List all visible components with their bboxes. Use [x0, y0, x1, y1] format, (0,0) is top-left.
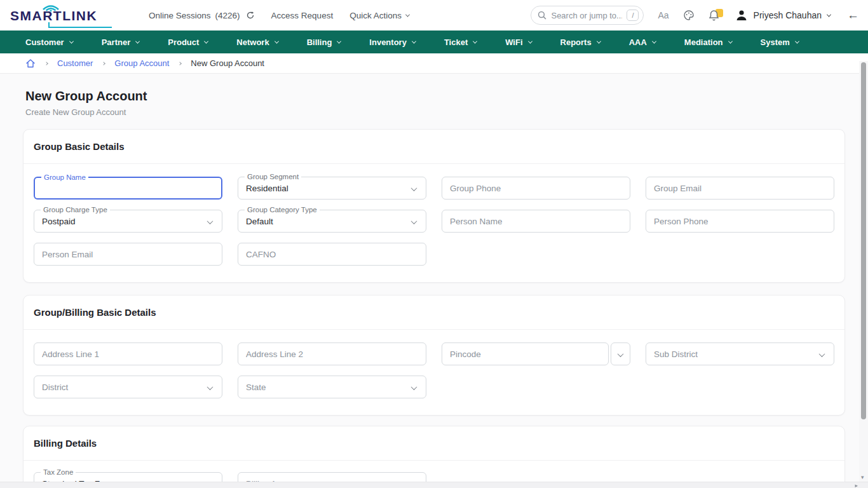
group-charge-type-select[interactable]: Group Charge Type Postpaid [34, 210, 222, 233]
chevron-down-icon [618, 351, 624, 357]
chevron-down-icon [412, 39, 416, 43]
smartlink-logo[interactable]: SMARTLINK [9, 3, 116, 28]
breadcrumb-group-account[interactable]: Group Account [114, 58, 169, 68]
chevron-down-icon [597, 39, 601, 43]
chevron-down-icon [411, 218, 417, 224]
notifications-button[interactable] [709, 9, 721, 22]
person-name-input[interactable] [442, 210, 630, 232]
chevron-down-icon [728, 39, 732, 43]
person-email-field[interactable] [34, 243, 222, 266]
online-sessions-link[interactable]: Online Sessions (4226) [149, 11, 255, 20]
sub-district-select[interactable]: Sub District [646, 342, 834, 365]
person-name-field[interactable] [442, 210, 630, 233]
avatar-icon [735, 9, 748, 22]
person-phone-field[interactable] [646, 210, 834, 233]
chevron-down-icon [135, 39, 140, 43]
online-sessions-label: Online Sessions [149, 11, 211, 20]
state-placeholder: State [238, 383, 266, 392]
nav-item-billing[interactable]: Billing [307, 37, 341, 47]
chevron-down-icon [528, 39, 532, 43]
section-title-billing: Billing Details [34, 438, 834, 449]
cafno-field[interactable] [238, 243, 426, 266]
pincode-field[interactable] [442, 342, 609, 365]
cafno-input[interactable] [238, 243, 426, 265]
district-select[interactable]: District [34, 376, 222, 398]
group-name-field[interactable]: Group Name [34, 177, 222, 200]
main-content: New Group Account Create New Group Accou… [0, 74, 868, 488]
group-category-type-value: Default [238, 217, 273, 226]
nav-item-mediation[interactable]: Mediation [684, 37, 732, 47]
home-icon[interactable] [25, 58, 36, 69]
nav-item-product[interactable]: Product [168, 37, 208, 47]
nav-item-wifi[interactable]: WiFi [505, 37, 531, 47]
nav-item-system[interactable]: System [761, 37, 799, 47]
card-group-basic-details: Group Basic Details Group Name Group Seg… [23, 129, 845, 283]
group-name-label: Group Name [41, 173, 88, 182]
nav-item-aaa[interactable]: AAA [629, 37, 656, 47]
address-line-1-field[interactable] [34, 342, 222, 365]
chevron-right-icon [179, 62, 182, 65]
pincode-input[interactable] [442, 343, 608, 365]
nav-item-inventory[interactable]: Inventory [369, 37, 416, 47]
state-select[interactable]: State [238, 376, 426, 398]
group-email-input[interactable] [646, 177, 834, 199]
bell-icon [709, 10, 719, 21]
chevron-down-icon [207, 384, 214, 390]
pincode-dropdown-button[interactable] [611, 342, 630, 365]
tax-zone-label: Tax Zone [41, 468, 76, 477]
access-request-link[interactable]: Access Request [271, 11, 334, 20]
nav-item-ticket[interactable]: Ticket [444, 37, 477, 47]
group-email-field[interactable] [646, 177, 834, 200]
vertical-scrollbar[interactable]: ▾ [859, 61, 868, 482]
section-title-group-billing: Group/Billing Basic Details [34, 307, 834, 318]
horizontal-scrollbar[interactable]: ▸ [0, 482, 868, 488]
global-search[interactable]: / [531, 6, 644, 25]
vertical-scrollbar-thumb[interactable] [861, 62, 866, 419]
address-line-1-input[interactable] [34, 343, 222, 365]
group-charge-type-value: Postpaid [34, 217, 76, 226]
group-phone-input[interactable] [442, 177, 630, 199]
user-name: Priyesh Chauhan [754, 10, 822, 20]
refresh-icon[interactable] [246, 11, 255, 20]
chevron-down-icon [652, 39, 656, 43]
quick-actions-menu[interactable]: Quick Actions [349, 11, 409, 20]
nav-item-reports[interactable]: Reports [560, 37, 600, 47]
chevron-down-icon [795, 39, 799, 43]
address-line-2-input[interactable] [238, 343, 426, 365]
group-charge-type-label: Group Charge Type [41, 205, 110, 214]
nav-item-network[interactable]: Network [236, 37, 278, 47]
person-email-input[interactable] [34, 243, 222, 265]
group-phone-field[interactable] [442, 177, 630, 200]
group-category-type-label: Group Category Type [245, 205, 320, 214]
chevron-down-icon [337, 39, 341, 43]
address-line-2-field[interactable] [238, 342, 426, 365]
logo-text: SMARTLINK [10, 8, 97, 24]
scroll-down-arrow-icon[interactable]: ▾ [861, 474, 864, 480]
theme-palette-icon[interactable] [683, 10, 695, 21]
top-header: SMARTLINK Online Sessions (4226) Access … [0, 0, 868, 30]
text-size-button[interactable]: Aa [658, 10, 668, 20]
chevron-down-icon [275, 39, 279, 43]
chevron-down-icon [207, 218, 214, 224]
section-title-group-basic: Group Basic Details [34, 141, 834, 152]
breadcrumb: Customer Group Account New Group Account [0, 53, 868, 74]
collapse-header-arrow[interactable]: ← [847, 8, 859, 22]
chevron-down-icon [204, 39, 208, 43]
chevron-down-icon [69, 39, 74, 43]
group-category-type-select[interactable]: Group Category Type Default [238, 210, 426, 233]
user-menu[interactable]: Priyesh Chauhan [735, 9, 831, 22]
chevron-down-icon [819, 351, 825, 357]
chevron-down-icon [411, 384, 417, 390]
chevron-down-icon [473, 39, 477, 43]
nav-item-partner[interactable]: Partner [102, 37, 140, 47]
person-phone-input[interactable] [646, 210, 834, 232]
breadcrumb-current: New Group Account [191, 58, 264, 68]
pincode-combo [442, 342, 630, 365]
breadcrumb-customer[interactable]: Customer [57, 58, 93, 68]
search-input[interactable] [551, 11, 622, 20]
scroll-right-arrow-icon[interactable]: ▸ [855, 482, 858, 488]
district-placeholder: District [34, 383, 68, 392]
chevron-down-icon [827, 12, 831, 17]
group-segment-select[interactable]: Group Segment Residential [238, 177, 426, 200]
nav-item-customer[interactable]: Customer [25, 37, 73, 47]
